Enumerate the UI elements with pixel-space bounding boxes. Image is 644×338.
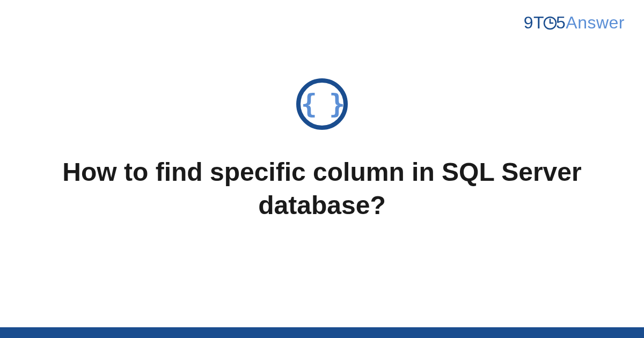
- question-title: How to find specific column in SQL Serve…: [54, 156, 590, 223]
- footer-bar: [0, 327, 644, 338]
- content-area: { } How to find specific column in SQL S…: [0, 0, 644, 338]
- code-braces-icon: { }: [296, 78, 348, 130]
- braces-glyph: { }: [301, 91, 343, 117]
